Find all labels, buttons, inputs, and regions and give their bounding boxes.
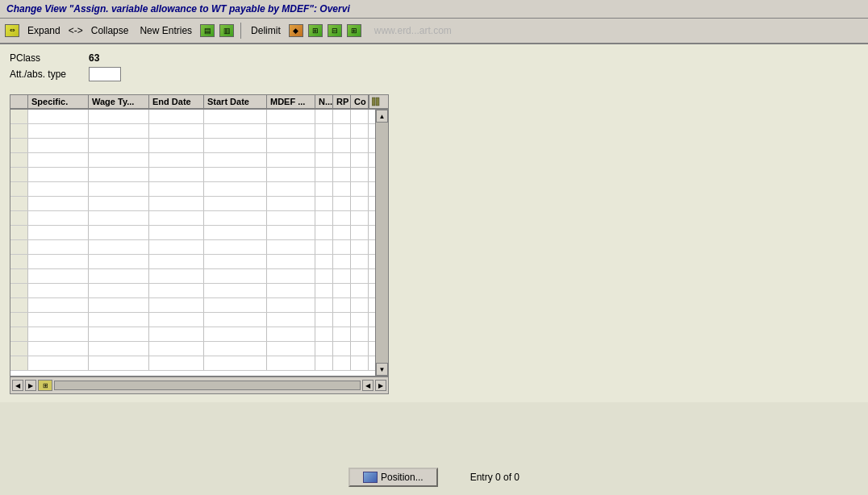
expand-label: Expand — [27, 25, 61, 36]
col-header-enddate: End Date — [149, 95, 204, 108]
table-row[interactable] — [10, 240, 375, 255]
table-row[interactable] — [10, 284, 375, 298]
table-row[interactable] — [10, 182, 375, 197]
watermark: www.erd...art.com — [374, 25, 452, 36]
table-row[interactable] — [10, 226, 375, 240]
scroll-up-arrow[interactable]: ▲ — [376, 110, 388, 123]
title-bar: Change View "Assign. variable allowance … — [0, 0, 868, 19]
col-header-specif: Specific. — [28, 95, 89, 108]
table-row[interactable] — [10, 124, 375, 139]
table-row[interactable] — [10, 211, 375, 226]
col-resize-icon[interactable] — [369, 95, 383, 108]
expand-icon[interactable]: ⇔ — [5, 24, 19, 37]
col-select-header — [10, 95, 28, 108]
first-page-icon[interactable]: ⊞ — [308, 24, 323, 37]
scroll-left-arrow[interactable]: ◀ — [12, 380, 23, 391]
pclass-row: PClass 63 — [10, 52, 858, 64]
scroll-hscroll-right[interactable]: ▶ — [375, 380, 386, 391]
new-entries-button[interactable]: New Entries — [136, 23, 195, 38]
position-button[interactable]: Position... — [348, 468, 438, 487]
table-container: Specific. Wage Ty... End Date Start Date… — [10, 94, 389, 394]
svg-rect-0 — [372, 98, 375, 106]
delimit-button[interactable]: Delimit — [248, 23, 284, 38]
collapse-label: Collapse — [91, 25, 129, 36]
col-header-mdef: MDEF ... — [267, 95, 315, 108]
bottom-bar: Position... Entry 0 of 0 — [0, 468, 868, 487]
scroll-down-arrow[interactable]: ▼ — [376, 363, 388, 376]
new-entries-label: New Entries — [140, 25, 192, 36]
main-content: PClass 63 Att./abs. type Specific. Wage … — [0, 44, 868, 402]
table-footer: ◀ ▶ ⊞ ◀ ▶ — [10, 376, 388, 393]
table-row[interactable] — [10, 110, 375, 124]
table-row[interactable] — [10, 313, 375, 327]
table-row[interactable] — [10, 197, 375, 211]
pclass-value: 63 — [89, 52, 99, 64]
resize-grip-icon[interactable]: ⊞ — [38, 380, 52, 391]
separator-1 — [240, 23, 241, 39]
table-row[interactable] — [10, 356, 375, 371]
col-header-startdate: Start Date — [204, 95, 267, 108]
table-row[interactable] — [10, 153, 375, 168]
expand-button[interactable]: Expand — [24, 23, 64, 38]
table-body — [10, 110, 375, 376]
position-icon — [363, 472, 378, 483]
att-abs-label: Att./abs. type — [10, 69, 82, 80]
toolbar: ⇔ Expand <-> Collapse New Entries ▤ ▥ De… — [0, 19, 868, 44]
paste-rows-icon[interactable]: ▥ — [219, 24, 234, 37]
table-row[interactable] — [10, 255, 375, 269]
col-header-wagety: Wage Ty... — [89, 95, 149, 108]
prev-page-icon[interactable]: ⊟ — [328, 24, 342, 37]
diamond-icon[interactable]: ◆ — [289, 24, 303, 37]
table-row[interactable] — [10, 298, 375, 313]
att-abs-row: Att./abs. type — [10, 67, 858, 81]
table-row[interactable] — [10, 327, 375, 342]
collapse-button[interactable]: Collapse — [88, 23, 132, 38]
table-row[interactable] — [10, 342, 375, 356]
position-label: Position... — [381, 472, 424, 483]
scroll-track-v[interactable] — [376, 123, 388, 363]
copy-rows-icon[interactable]: ▤ — [200, 24, 215, 37]
filter-area: PClass 63 Att./abs. type — [10, 52, 858, 81]
scroll-track-h[interactable] — [54, 381, 361, 390]
table-header: Specific. Wage Ty... End Date Start Date… — [10, 95, 388, 110]
table-row[interactable] — [10, 139, 375, 153]
next-page-icon[interactable]: ⊞ — [347, 24, 361, 37]
scroll-hscroll-left[interactable]: ◀ — [362, 380, 373, 391]
svg-rect-1 — [376, 98, 379, 106]
col-header-rp: RP — [333, 95, 351, 108]
att-abs-input[interactable] — [89, 67, 121, 81]
table-row[interactable] — [10, 269, 375, 284]
col-header-n: N... — [315, 95, 333, 108]
col-header-co: Co — [351, 95, 369, 108]
table-scroll-area: ▲ ▼ — [10, 110, 388, 376]
title-text: Change View "Assign. variable allowance … — [6, 3, 350, 15]
table-row[interactable] — [10, 168, 375, 182]
vertical-scrollbar[interactable]: ▲ ▼ — [375, 110, 388, 376]
delimit-label: Delimit — [251, 25, 281, 36]
scroll-right-arrow[interactable]: ▶ — [25, 380, 36, 391]
pclass-label: PClass — [10, 52, 82, 64]
entry-count: Entry 0 of 0 — [470, 472, 520, 483]
